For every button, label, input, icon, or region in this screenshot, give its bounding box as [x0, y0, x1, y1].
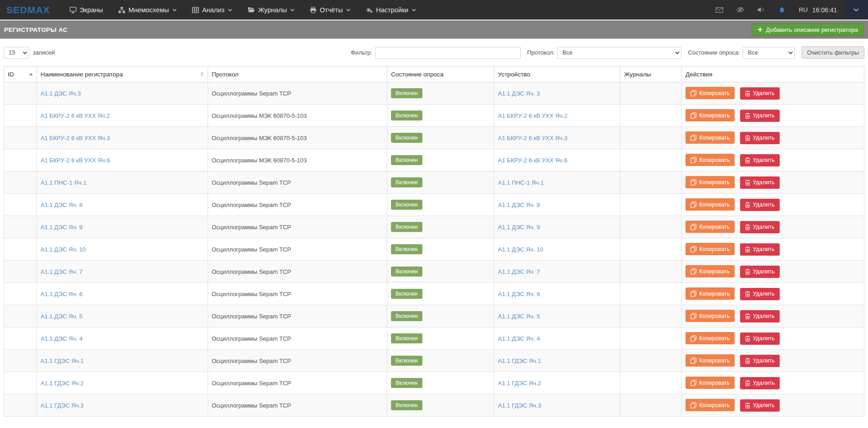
registrar-name-link[interactable]: А1.1 ДЭС Яч. 8 — [37, 194, 208, 216]
menu-item-6[interactable]: Настройки — [358, 0, 424, 20]
analysis-icon — [192, 7, 199, 13]
delete-button[interactable]: Удалить — [740, 110, 780, 122]
menu-item-4[interactable]: Журналы — [240, 0, 302, 20]
registrar-name-link[interactable]: А1 БКРУ-2 6 кВ УХХ Яч.2 — [37, 105, 208, 127]
device-link[interactable]: А1.1 ГДЭС Яч.3 — [494, 394, 620, 417]
column-header-4[interactable]: Состояние опроса — [387, 66, 494, 82]
column-header-3[interactable]: Протокол — [208, 66, 387, 82]
delete-button-label: Удалить — [753, 358, 775, 364]
copy-button[interactable]: Копировать — [685, 265, 735, 277]
device-link[interactable]: А1.1 ДЭС Яч. 7 — [494, 261, 620, 283]
copy-button[interactable]: Копировать — [685, 221, 735, 233]
menu-item-5[interactable]: Отчёты — [302, 0, 358, 20]
registrar-name-link[interactable]: А1.1 ДЭС Яч. 7 — [37, 261, 208, 283]
eye-off-icon[interactable] — [730, 7, 751, 13]
user-menu-button[interactable] — [844, 0, 868, 20]
device-link[interactable]: А1 БКРУ-2 6 кВ УХХ Яч.6 — [494, 149, 620, 171]
add-registrar-button[interactable]: Добавить описание регистратора — [751, 23, 864, 36]
device-link[interactable]: А1.1 ДЭС Яч. 9 — [494, 216, 620, 238]
filter-input[interactable] — [375, 47, 521, 59]
delete-button[interactable]: Удалить — [740, 199, 780, 211]
main-menu: Экраны Мнемосхемы Анализ Журналы Отчёты … — [62, 0, 424, 20]
column-header-2[interactable]: Наименование регистратора — [37, 66, 208, 82]
actions-cell: Копировать Удалить — [682, 394, 864, 417]
device-link[interactable]: А1 БКРУ-2 6 кВ УХХ Яч.3 — [494, 127, 620, 149]
delete-button[interactable]: Удалить — [740, 132, 780, 144]
registrar-name-link[interactable]: А1.1 ДЭС Яч.3 — [37, 82, 208, 105]
delete-button[interactable]: Удалить — [740, 176, 780, 189]
protocol-cell: Осциллограммы Sepam TCP — [208, 216, 387, 238]
sedmax-logo[interactable]: SEDMAX — [6, 5, 50, 15]
copy-button[interactable]: Копировать — [685, 354, 735, 367]
registrar-name-link[interactable]: А1.1 ГДЭС Яч.2 — [37, 372, 208, 394]
copy-button[interactable]: Копировать — [685, 287, 735, 300]
delete-button[interactable]: Удалить — [740, 355, 780, 367]
registrar-name-link[interactable]: А1.1 ДЭС Яч. 6 — [37, 283, 208, 305]
copy-button[interactable]: Копировать — [685, 399, 735, 411]
copy-button[interactable]: Копировать — [685, 198, 735, 211]
registrar-name-link[interactable]: А1.1 ДЭС Яч. 5 — [37, 305, 208, 327]
actions-cell: Копировать Удалить — [682, 171, 864, 194]
poll-state-cell: Включен — [387, 372, 494, 394]
column-header-6[interactable]: Журналы — [620, 66, 682, 82]
copy-button[interactable]: Копировать — [685, 243, 735, 255]
copy-button[interactable]: Копировать — [685, 154, 735, 166]
page-size-select[interactable]: 15 — [4, 47, 29, 59]
column-header-1[interactable]: ID — [4, 66, 37, 82]
volume-icon[interactable] — [751, 7, 772, 13]
delete-button[interactable]: Удалить — [740, 399, 780, 412]
delete-button[interactable]: Удалить — [740, 310, 780, 322]
delete-button[interactable]: Удалить — [740, 154, 780, 166]
device-link[interactable]: А1.1 ДЭС Яч. 4 — [494, 327, 620, 350]
registrar-name-link[interactable]: А1 БКРУ-2 6 кВ УХХ Яч.6 — [37, 149, 208, 171]
screens-icon — [70, 7, 76, 13]
protocol-select[interactable]: Все — [557, 47, 681, 59]
device-link[interactable]: А1 БКРУ-2 6 кВ УХХ Яч.2 — [494, 105, 620, 127]
registrar-name-link[interactable]: А1.1 ГДЭС Яч.1 — [37, 350, 208, 372]
registrar-name-link[interactable]: А1.1 ГДЭС Яч.3 — [37, 394, 208, 417]
poll-state-select[interactable]: Все — [743, 47, 795, 59]
copy-icon — [690, 313, 696, 319]
bell-icon[interactable] — [772, 6, 792, 13]
copy-button[interactable]: Копировать — [685, 87, 735, 99]
copy-button[interactable]: Копировать — [685, 377, 735, 389]
protocol-cell: Осциллограммы Sepam TCP — [208, 261, 387, 283]
device-link[interactable]: А1.1 ПНС-1 Яч.1 — [494, 171, 620, 194]
registrar-name-link[interactable]: А1.1 ДЭС Яч. 9 — [37, 216, 208, 238]
delete-button[interactable]: Удалить — [740, 243, 780, 256]
device-link[interactable]: А1.1 ДЭС Яч. 8 — [494, 194, 620, 216]
delete-button[interactable]: Удалить — [740, 332, 780, 345]
menu-item-2[interactable]: Мнемосхемы — [111, 0, 184, 20]
registrar-name-link[interactable]: А1.1 ДЭС Яч. 10 — [37, 238, 208, 261]
clear-filters-button[interactable]: Очистить фильтры — [802, 46, 864, 59]
copy-button[interactable]: Копировать — [685, 109, 735, 121]
mail-icon[interactable] — [709, 7, 730, 13]
device-link[interactable]: А1.1 ДЭС Яч. 3 — [494, 82, 620, 105]
copy-button[interactable]: Копировать — [685, 332, 735, 344]
registrar-name-link[interactable]: А1.1 ПНС-1 Яч.1 — [37, 171, 208, 194]
device-link[interactable]: А1.1 ГДЭС Яч.1 — [494, 350, 620, 372]
delete-button[interactable]: Удалить — [740, 87, 780, 100]
copy-button[interactable]: Копировать — [685, 176, 735, 188]
id-cell — [4, 261, 37, 283]
menu-item-1[interactable]: Экраны — [62, 0, 111, 20]
language-indicator[interactable]: RU — [799, 6, 808, 13]
device-link[interactable]: А1.1 ДЭС Яч. 10 — [494, 238, 620, 261]
delete-button[interactable]: Удалить — [740, 266, 780, 278]
delete-button[interactable]: Удалить — [740, 377, 780, 389]
registrar-name-link[interactable]: А1 БКРУ-2 6 кВ УХХ Яч.3 — [37, 127, 208, 149]
device-link[interactable]: А1.1 ГДЭС Яч.2 — [494, 372, 620, 394]
device-link[interactable]: А1.1 ДЭС Яч. 5 — [494, 305, 620, 327]
caret-down-icon — [228, 9, 232, 11]
poll-state-cell: Включен — [387, 305, 494, 327]
copy-button[interactable]: Копировать — [685, 310, 735, 322]
menu-item-3[interactable]: Анализ — [184, 0, 240, 20]
device-link[interactable]: А1.1 ДЭС Яч. 6 — [494, 283, 620, 305]
copy-button[interactable]: Копировать — [685, 131, 735, 144]
poll-state-cell: Включен — [387, 394, 494, 417]
column-header-5[interactable]: Устройство — [494, 66, 620, 82]
registrar-name-link[interactable]: А1.1 ДЭС Яч. 4 — [37, 327, 208, 350]
column-header-7[interactable]: Действия — [682, 66, 864, 82]
delete-button[interactable]: Удалить — [740, 221, 780, 233]
delete-button[interactable]: Удалить — [740, 288, 780, 300]
